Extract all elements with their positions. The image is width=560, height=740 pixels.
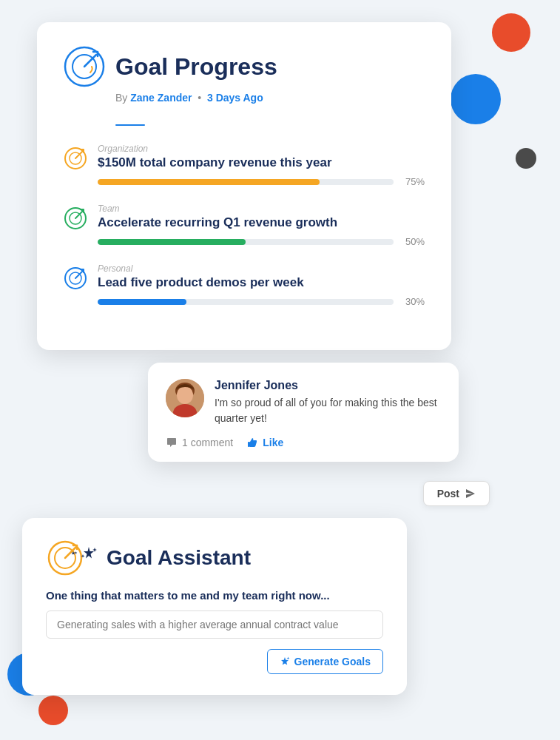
deco-blue-top-right [451, 74, 501, 124]
assistant-title: Goal Assistant [107, 546, 251, 570]
generate-label: Generate Goals [294, 656, 371, 667]
comment-icon [166, 437, 178, 448]
goal-org-pct: 75% [401, 176, 425, 187]
goal-icon-team [64, 206, 87, 230]
goal-progress-card: Goal Progress By Zane Zander • 3 Days Ag… [37, 22, 451, 350]
goal-personal-progress-row: 30% [98, 296, 425, 307]
post-button[interactable]: Post [423, 481, 490, 506]
goal-team-progress-row: 50% [98, 236, 425, 247]
goal-personal-progress-bg [98, 299, 394, 305]
goal-icon-personal [64, 266, 87, 290]
goal-org-name: $150M total company revenue this year [98, 155, 425, 170]
goal-assistant-card: Goal Assistant One thing that matters to… [22, 518, 407, 695]
goal-personal-progress-fill [98, 299, 186, 305]
avatar [166, 379, 204, 417]
goal-personal-name: Lead five product demos per week [98, 275, 425, 290]
goal-personal-label: Personal [98, 263, 425, 274]
comment-text: I'm so proud of all of you for making th… [215, 395, 441, 426]
goal-org-progress-fill [98, 179, 320, 185]
send-icon [465, 488, 476, 499]
assistant-prompt: One thing that matters to me and my team… [46, 589, 383, 602]
goal-assistant-icon [46, 539, 84, 577]
goal-team-content: Team Accelerate recurring Q1 revenue gro… [98, 204, 425, 247]
like-action[interactable]: Like [246, 437, 283, 448]
goal-personal-pct: 30% [401, 296, 425, 307]
card-title: Goal Progress [115, 53, 277, 81]
card-time: 3 Days Ago [207, 92, 263, 104]
goal-team-label: Team [98, 204, 425, 214]
assistant-input[interactable] [46, 610, 383, 639]
goal-item-team: Team Accelerate recurring Q1 revenue gro… [64, 204, 425, 247]
deco-orange-bottom-left [38, 696, 68, 725]
goal-team-pct: 50% [401, 236, 425, 247]
goal-progress-icon [64, 46, 105, 87]
goal-team-progress-fill [98, 239, 246, 245]
goal-team-name: Accelerate recurring Q1 revenue growth [98, 215, 425, 230]
like-label: Like [263, 437, 283, 448]
comment-count-action[interactable]: 1 comment [166, 437, 233, 448]
comment-content: Jennifer Jones I'm so proud of all of yo… [215, 379, 441, 426]
goal-org-progress-row: 75% [98, 176, 425, 187]
goal-org-progress-bg [98, 179, 394, 185]
post-label: Post [437, 488, 459, 500]
goal-personal-content: Personal Lead five product demos per wee… [98, 263, 425, 307]
generate-icon [280, 656, 290, 667]
like-icon [246, 437, 258, 448]
goal-item-org: Organization $150M total company revenue… [64, 144, 425, 187]
comment-author: Jennifer Jones [215, 379, 441, 392]
deco-dark-right [516, 148, 536, 169]
comment-count: 1 comment [182, 437, 233, 448]
goal-org-content: Organization $150M total company revenue… [98, 144, 425, 187]
goal-team-progress-bg [98, 239, 394, 245]
goal-org-label: Organization [98, 144, 425, 154]
generate-goals-button[interactable]: Generate Goals [267, 649, 384, 674]
comment-card: Jennifer Jones I'm so proud of all of yo… [148, 363, 459, 462]
card-header: Goal Progress [64, 46, 425, 87]
goal-icon-org [64, 147, 87, 170]
sparkle-icon [80, 545, 98, 563]
card-subtitle: By Zane Zander • 3 Days Ago [115, 92, 425, 104]
svg-point-10 [177, 386, 193, 404]
svg-rect-12 [248, 442, 250, 447]
comment-actions: 1 comment Like [166, 437, 441, 448]
comment-header: Jennifer Jones I'm so proud of all of yo… [166, 379, 441, 426]
assistant-header: Goal Assistant [46, 539, 383, 577]
goal-item-personal: Personal Lead five product demos per wee… [64, 263, 425, 307]
deco-orange-top-right [492, 13, 530, 52]
card-author: Zane Zander [130, 92, 192, 104]
card-divider [115, 124, 145, 126]
